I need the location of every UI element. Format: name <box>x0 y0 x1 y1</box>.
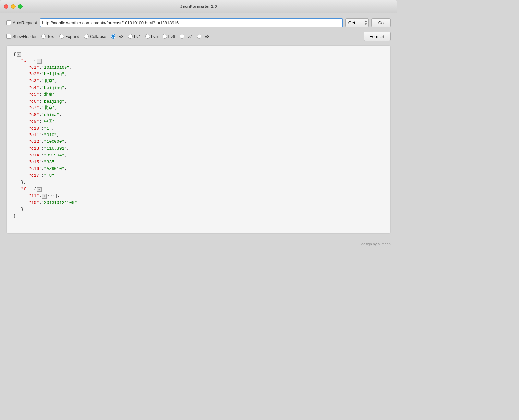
lv4-option[interactable]: Lv4 <box>128 34 141 39</box>
json-f-close: } <box>13 206 384 213</box>
method-select[interactable]: Get Post Put Delete <box>345 18 369 27</box>
collapse-label: Collapse <box>90 34 106 39</box>
lv3-label: Lv3 <box>117 34 124 39</box>
minimize-button[interactable] <box>11 4 16 9</box>
expand-radio[interactable] <box>59 34 64 39</box>
collapse-root-btn[interactable]: − <box>17 52 21 57</box>
go-button[interactable]: Go <box>371 18 391 27</box>
json-root-open: { − <box>13 51 384 58</box>
close-button[interactable] <box>4 4 8 9</box>
json-c5: "c5": "北京", <box>13 92 384 98</box>
text-radio[interactable] <box>41 34 46 39</box>
format-button[interactable]: Formart <box>364 32 391 41</box>
lv3-option[interactable]: Lv3 <box>111 34 124 39</box>
collapse-c-btn[interactable]: − <box>37 59 42 64</box>
options-row: ShowHeader Text Expand Collapse Lv3 Lv4 … <box>6 32 391 41</box>
lv6-radio[interactable] <box>163 34 167 39</box>
method-select-wrapper: Get Post Put Delete ▲ ▼ <box>345 18 369 27</box>
json-c15: "c15": "33", <box>13 159 384 166</box>
text-label: Text <box>47 34 55 39</box>
json-c2: "c2": "beijing", <box>13 71 384 78</box>
footer: design by a_mean <box>0 239 397 249</box>
auto-request-checkbox[interactable] <box>6 20 11 25</box>
lv4-radio[interactable] <box>128 34 133 39</box>
show-header-option[interactable]: ShowHeader <box>6 34 37 39</box>
url-input[interactable] <box>40 18 343 27</box>
lv3-radio[interactable] <box>111 34 115 39</box>
lv6-label: Lv6 <box>168 34 175 39</box>
expand-option[interactable]: Expand <box>59 34 79 39</box>
json-c11: "c11": "010", <box>13 132 384 139</box>
json-c6: "c6": "beijing", <box>13 98 384 105</box>
json-c16: "c16": "AZ9010", <box>13 166 384 173</box>
json-root-close: } <box>13 213 384 220</box>
json-c13: "c13": "116.391", <box>13 145 384 152</box>
json-c9: "c9": "中国", <box>13 118 384 125</box>
json-c10: "c10": "1", <box>13 125 384 132</box>
json-f1: "f1": + ···], <box>13 193 384 200</box>
auto-request-label[interactable]: AutoRequest <box>6 20 37 25</box>
json-f-open: "f" : { − <box>13 186 384 193</box>
lv5-radio[interactable] <box>145 34 150 39</box>
lv8-label: Lv8 <box>203 34 210 39</box>
json-c-close: }, <box>13 179 384 186</box>
json-display: { − "c" : { − "c1": "101010100", "c2": "… <box>6 45 391 234</box>
json-c7: "c7": "北京", <box>13 105 384 112</box>
json-c3: "c3": "北京", <box>13 78 384 85</box>
auto-request-text: AutoRequest <box>13 20 37 25</box>
text-option[interactable]: Text <box>41 34 55 39</box>
lv5-label: Lv5 <box>151 34 158 39</box>
lv6-option[interactable]: Lv6 <box>163 34 175 39</box>
lv4-label: Lv4 <box>134 34 141 39</box>
window-controls[interactable] <box>4 4 23 9</box>
lv7-label: Lv7 <box>186 34 192 39</box>
json-c8: "c8": "china", <box>13 112 384 118</box>
window-title: JsonFormarter 1.0 <box>180 4 217 9</box>
json-c17: "c17": "+8" <box>13 172 384 179</box>
expand-f1-btn[interactable]: + <box>42 194 47 199</box>
json-c14: "c14": "39.904", <box>13 152 384 159</box>
lv7-radio[interactable] <box>180 34 184 39</box>
lv8-radio[interactable] <box>197 34 201 39</box>
json-f0: "f0": "201310121100" <box>13 200 384 206</box>
main-content: AutoRequest Get Post Put Delete ▲ ▼ Go S… <box>0 13 397 239</box>
json-c12: "c12": "100000", <box>13 139 384 145</box>
show-header-checkbox[interactable] <box>6 34 11 39</box>
json-c-open: "c" : { − <box>13 58 384 65</box>
collapse-option[interactable]: Collapse <box>84 34 106 39</box>
lv8-option[interactable]: Lv8 <box>197 34 210 39</box>
title-bar: JsonFormarter 1.0 <box>0 0 397 13</box>
lv5-option[interactable]: Lv5 <box>145 34 158 39</box>
maximize-button[interactable] <box>18 4 23 9</box>
json-c4: "c4": "beijing", <box>13 85 384 92</box>
collapse-radio[interactable] <box>84 34 89 39</box>
lv7-option[interactable]: Lv7 <box>180 34 192 39</box>
expand-label: Expand <box>65 34 79 39</box>
collapse-f-btn[interactable]: − <box>37 187 42 192</box>
url-row: AutoRequest Get Post Put Delete ▲ ▼ Go <box>6 18 391 27</box>
show-header-label: ShowHeader <box>12 34 37 39</box>
json-c1: "c1": "101010100", <box>13 65 384 71</box>
footer-text: design by a_mean <box>361 242 391 246</box>
